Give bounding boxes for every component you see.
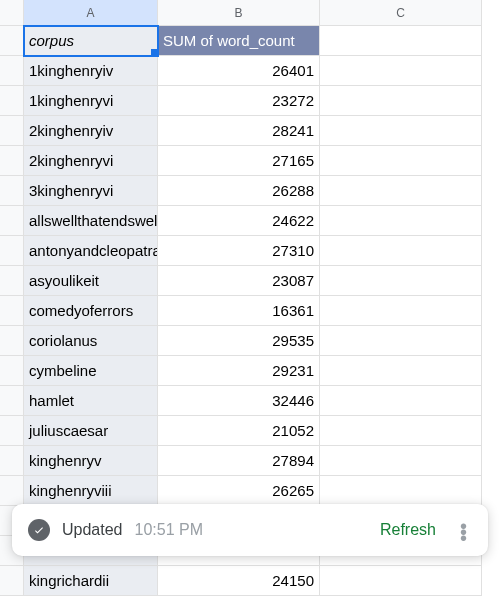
column-header-a[interactable]: A [24,0,158,26]
sum-cell[interactable]: 23272 [158,86,320,116]
row-header[interactable] [0,296,24,326]
sum-cell[interactable]: 16361 [158,296,320,326]
corpus-cell[interactable]: asyoulikeit [24,266,158,296]
pivot-row-field-header[interactable]: corpus [24,26,158,56]
sum-cell[interactable]: 27894 [158,446,320,476]
sum-cell[interactable]: 28241 [158,116,320,146]
cell-empty[interactable] [320,356,482,386]
cell-empty[interactable] [320,386,482,416]
refresh-button[interactable]: Refresh [380,521,436,539]
row-header[interactable] [0,26,24,56]
corpus-cell[interactable]: 1kinghenryvi [24,86,158,116]
row-header[interactable] [0,56,24,86]
more-options-button[interactable]: ••• [448,521,480,539]
corpus-cell[interactable]: kinghenryviii [24,476,158,506]
sum-cell[interactable]: 26265 [158,476,320,506]
corpus-cell[interactable]: allswellthatendswell [24,206,158,236]
cell-empty[interactable] [320,176,482,206]
row-header[interactable] [0,326,24,356]
cell-empty[interactable] [320,236,482,266]
cell-empty[interactable] [320,86,482,116]
row-header[interactable] [0,566,24,596]
row-header[interactable] [0,266,24,296]
check-icon [28,519,50,541]
row-header[interactable] [0,146,24,176]
corpus-cell[interactable]: 2kinghenryvi [24,146,158,176]
select-all-corner[interactable] [0,0,24,26]
corpus-cell[interactable]: antonyandcleopatra [24,236,158,266]
cell-empty[interactable] [320,476,482,506]
corpus-cell[interactable]: hamlet [24,386,158,416]
cell-empty[interactable] [320,416,482,446]
toast-time: 10:51 PM [135,521,203,539]
cell-empty[interactable] [320,206,482,236]
cell-empty[interactable] [320,326,482,356]
pivot-value-field-header[interactable]: SUM of word_count [158,26,320,56]
row-header[interactable] [0,476,24,506]
row-header[interactable] [0,446,24,476]
cell-empty[interactable] [320,566,482,596]
sum-cell[interactable]: 27310 [158,236,320,266]
cell-empty[interactable] [320,26,482,56]
sum-cell[interactable]: 24622 [158,206,320,236]
row-header[interactable] [0,86,24,116]
corpus-cell[interactable]: kingrichardii [24,566,158,596]
corpus-cell[interactable]: 3kinghenryvi [24,176,158,206]
corpus-cell[interactable]: cymbeline [24,356,158,386]
selection-handle[interactable] [151,49,158,56]
row-header[interactable] [0,386,24,416]
corpus-cell[interactable]: juliuscaesar [24,416,158,446]
row-header[interactable] [0,236,24,266]
corpus-cell[interactable]: 1kinghenryiv [24,56,158,86]
cell-empty[interactable] [320,446,482,476]
sum-cell[interactable]: 21052 [158,416,320,446]
sum-cell[interactable]: 24150 [158,566,320,596]
row-header[interactable] [0,206,24,236]
sum-cell[interactable]: 32446 [158,386,320,416]
cell-empty[interactable] [320,266,482,296]
row-header[interactable] [0,416,24,446]
toast-label: Updated [62,521,123,539]
cell-empty[interactable] [320,116,482,146]
column-header-b[interactable]: B [158,0,320,26]
sum-cell[interactable]: 26401 [158,56,320,86]
sum-cell[interactable]: 27165 [158,146,320,176]
corpus-cell[interactable]: kinghenryv [24,446,158,476]
corpus-cell[interactable]: coriolanus [24,326,158,356]
cell-empty[interactable] [320,146,482,176]
sum-cell[interactable]: 26288 [158,176,320,206]
cell-empty[interactable] [320,56,482,86]
column-header-c[interactable]: C [320,0,482,26]
pivot-row-field-label: corpus [29,32,74,49]
status-toast: Updated 10:51 PM Refresh ••• [12,504,488,556]
sum-cell[interactable]: 29231 [158,356,320,386]
sum-cell[interactable]: 29535 [158,326,320,356]
corpus-cell[interactable]: 2kinghenryiv [24,116,158,146]
corpus-cell[interactable]: comedyoferrors [24,296,158,326]
sum-cell[interactable]: 23087 [158,266,320,296]
row-header[interactable] [0,116,24,146]
row-header[interactable] [0,176,24,206]
row-header[interactable] [0,356,24,386]
cell-empty[interactable] [320,296,482,326]
